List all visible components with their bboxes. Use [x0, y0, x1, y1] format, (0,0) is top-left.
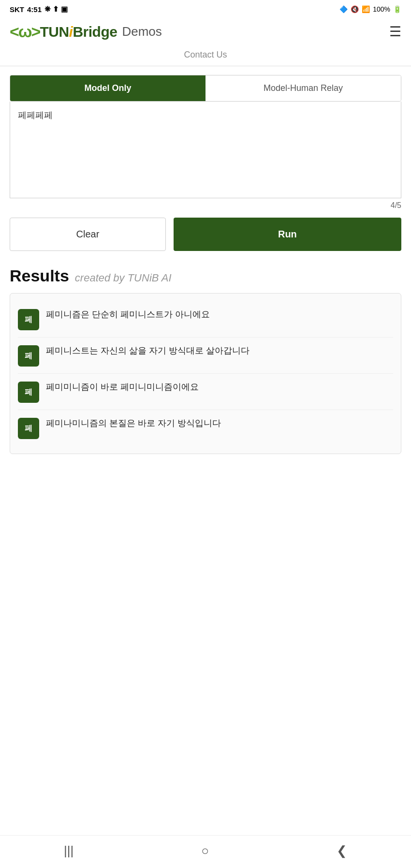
result-item: 페페미나미니즘의 본질은 바로 자기 방식입니다	[18, 410, 393, 446]
back-icon[interactable]: ❮	[337, 843, 347, 858]
recent-apps-icon[interactable]: |||	[64, 843, 73, 858]
results-title: Results	[10, 266, 69, 285]
logo-text: TUNiBridge	[40, 24, 117, 40]
tab-model-human-relay-label: Model-Human Relay	[264, 83, 343, 93]
counter-row: 4/5	[0, 198, 411, 213]
battery-icon: 🔋	[393, 5, 401, 13]
contact-us-bar: Contact Us	[0, 46, 411, 66]
status-right: 🔷 🔇 📶 100% 🔋	[339, 5, 401, 13]
tab-model-human-relay[interactable]: Model-Human Relay	[206, 75, 401, 101]
clear-button[interactable]: Clear	[10, 218, 166, 251]
status-bar: SKT 4:51 ❋ ⬆ ▣ 🔷 🔇 📶 100% 🔋	[0, 0, 411, 17]
result-badge: 페	[18, 382, 39, 403]
hamburger-menu-icon[interactable]: ☰	[389, 24, 401, 40]
input-counter: 4/5	[391, 201, 401, 210]
result-badge: 페	[18, 345, 39, 367]
tab-model-only-label: Model Only	[84, 83, 131, 93]
tab-model-only[interactable]: Model Only	[10, 75, 206, 101]
header: <ω> TUNiBridge Demos ☰	[0, 17, 411, 46]
home-icon[interactable]: ○	[201, 843, 209, 858]
mute-icon: 🔇	[351, 5, 359, 13]
input-value: 페페페페	[18, 110, 53, 120]
results-list: 페페미니즘은 단순히 페미니스트가 아니에요페페미니스트는 자신의 삶을 자기 …	[10, 293, 401, 454]
battery-text: 100%	[373, 5, 390, 13]
status-icons-left: ❋ ⬆ ▣	[44, 5, 68, 14]
results-header: Results created by TUNiB AI	[0, 251, 411, 293]
demos-label: Demos	[122, 24, 161, 39]
result-item: 페페미니스트는 자신의 삶을 자기 방식대로 살아갑니다	[18, 338, 393, 374]
result-text: 페미나미니즘의 본질은 바로 자기 방식입니다	[46, 417, 221, 430]
carrier-text: SKT	[10, 5, 24, 14]
status-left: SKT 4:51 ❋ ⬆ ▣	[10, 5, 68, 14]
bottom-nav: ||| ○ ❮	[0, 835, 411, 868]
results-subtitle: created by TUNiB AI	[75, 272, 172, 284]
contact-us-text: Contact Us	[184, 50, 227, 59]
button-row: Clear Run	[10, 218, 401, 251]
logo-bridge: Bridge	[73, 24, 117, 40]
result-item: 페페미니즘은 단순히 페미니스트가 아니에요	[18, 301, 393, 338]
result-badge: 페	[18, 418, 39, 439]
input-area[interactable]: 페페페페	[10, 102, 401, 198]
result-item: 페페미미니즘이 바로 페미니미니즘이에요	[18, 374, 393, 410]
result-text: 페미니스트는 자신의 삶을 자기 방식대로 살아갑니다	[46, 344, 250, 357]
bluetooth-icon: 🔷	[339, 5, 348, 13]
result-badge: 페	[18, 309, 39, 330]
logo-bracket-icon: <ω>	[10, 22, 40, 41]
wifi-icon: 📶	[362, 5, 370, 13]
logo-area: <ω> TUNiBridge Demos	[10, 22, 389, 41]
logo-tun: TUN	[40, 24, 69, 40]
result-text: 페미미니즘이 바로 페미니미니즘이에요	[46, 381, 199, 394]
run-button[interactable]: Run	[174, 218, 401, 251]
result-text: 페미니즘은 단순히 페미니스트가 아니에요	[46, 308, 210, 321]
status-time: 4:51	[27, 5, 42, 14]
tab-bar: Model Only Model-Human Relay	[10, 75, 401, 102]
